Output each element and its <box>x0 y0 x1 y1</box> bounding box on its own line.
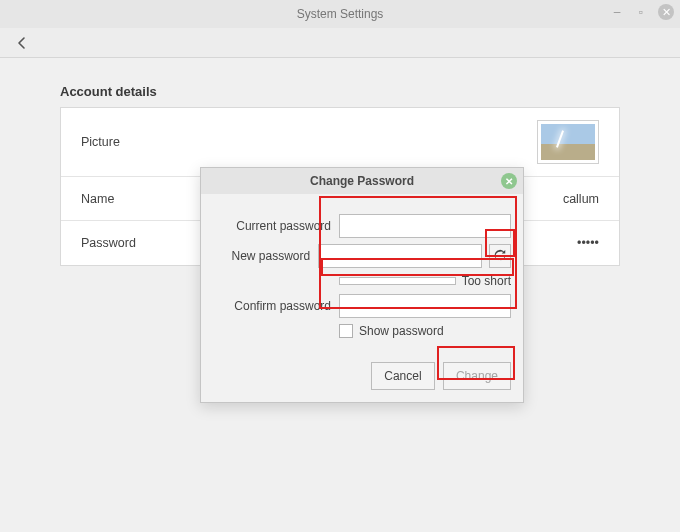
row-name-value: callum <box>563 192 599 206</box>
window-title: System Settings <box>297 7 384 21</box>
current-password-input[interactable] <box>339 214 511 238</box>
confirm-password-row: Confirm password <box>213 294 511 318</box>
generate-password-button[interactable] <box>489 244 511 268</box>
password-strength-row: Too short <box>339 274 511 288</box>
row-picture-label: Picture <box>81 135 120 149</box>
dialog-close-button[interactable]: ✕ <box>501 173 517 189</box>
new-password-input[interactable] <box>318 244 482 268</box>
section-heading: Account details <box>60 84 620 99</box>
current-password-label: Current password <box>213 219 331 233</box>
show-password-checkbox[interactable] <box>339 324 353 338</box>
password-strength-bar <box>339 277 456 285</box>
back-button[interactable] <box>12 33 32 53</box>
toolbar <box>0 28 680 58</box>
confirm-password-label: Confirm password <box>213 299 331 313</box>
show-password-label: Show password <box>359 324 444 338</box>
current-password-row: Current password <box>213 214 511 238</box>
minimize-icon[interactable]: – <box>610 5 624 19</box>
confirm-password-input[interactable] <box>339 294 511 318</box>
row-name-label: Name <box>81 192 114 206</box>
row-password-label: Password <box>81 236 136 250</box>
show-password-row[interactable]: Show password <box>339 324 511 338</box>
dialog-body: Current password New password Too short … <box>201 194 523 352</box>
window-controls: – ▫ ✕ <box>610 4 674 20</box>
new-password-label: New password <box>213 249 310 263</box>
cancel-button-label: Cancel <box>384 369 421 383</box>
dialog-footer: Cancel Change <box>201 352 523 402</box>
password-strength-text: Too short <box>462 274 511 288</box>
change-button-label: Change <box>456 369 498 383</box>
window-titlebar: System Settings – ▫ ✕ <box>0 0 680 28</box>
new-password-row: New password <box>213 244 511 268</box>
close-icon[interactable]: ✕ <box>658 4 674 20</box>
avatar[interactable] <box>537 120 599 164</box>
row-password-value: ••••• <box>577 236 599 250</box>
change-button[interactable]: Change <box>443 362 511 390</box>
dialog-titlebar: Change Password ✕ <box>201 168 523 194</box>
refresh-icon <box>493 249 507 263</box>
cancel-button[interactable]: Cancel <box>371 362 435 390</box>
dialog-title: Change Password <box>310 174 414 188</box>
change-password-dialog: Change Password ✕ Current password New p… <box>200 167 524 403</box>
maximize-icon[interactable]: ▫ <box>634 5 648 19</box>
